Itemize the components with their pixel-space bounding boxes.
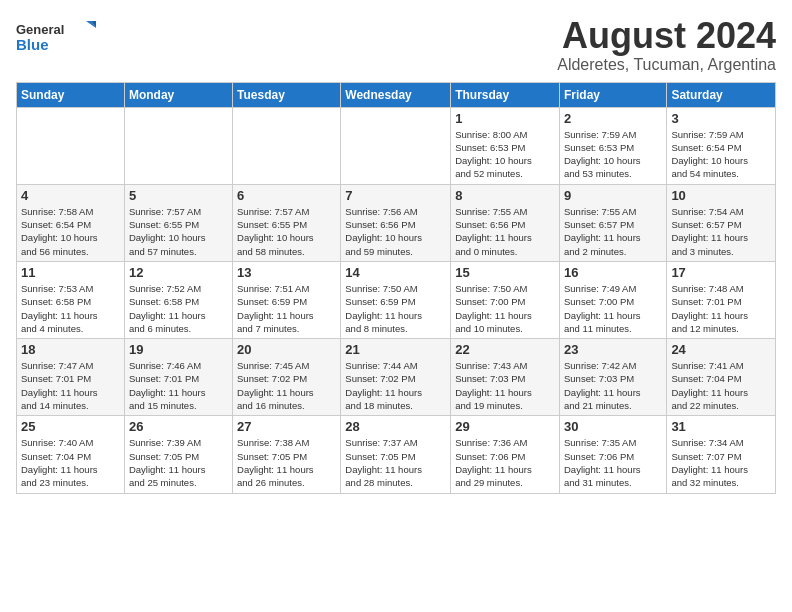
day-info: Sunrise: 7:58 AM Sunset: 6:54 PM Dayligh… [21,205,120,258]
calendar-cell: 28Sunrise: 7:37 AM Sunset: 7:05 PM Dayli… [341,416,451,493]
day-info: Sunrise: 8:00 AM Sunset: 6:53 PM Dayligh… [455,128,555,181]
calendar-cell: 20Sunrise: 7:45 AM Sunset: 7:02 PM Dayli… [233,339,341,416]
day-number: 26 [129,419,228,434]
calendar-cell: 31Sunrise: 7:34 AM Sunset: 7:07 PM Dayli… [667,416,776,493]
day-number: 21 [345,342,446,357]
day-number: 7 [345,188,446,203]
calendar-header-row: Sunday Monday Tuesday Wednesday Thursday… [17,82,776,107]
day-info: Sunrise: 7:53 AM Sunset: 6:58 PM Dayligh… [21,282,120,335]
day-number: 14 [345,265,446,280]
day-number: 24 [671,342,771,357]
calendar-cell: 26Sunrise: 7:39 AM Sunset: 7:05 PM Dayli… [124,416,232,493]
day-number: 5 [129,188,228,203]
day-number: 17 [671,265,771,280]
calendar-cell: 1Sunrise: 8:00 AM Sunset: 6:53 PM Daylig… [451,107,560,184]
day-info: Sunrise: 7:57 AM Sunset: 6:55 PM Dayligh… [237,205,336,258]
day-info: Sunrise: 7:36 AM Sunset: 7:06 PM Dayligh… [455,436,555,489]
calendar-cell: 14Sunrise: 7:50 AM Sunset: 6:59 PM Dayli… [341,261,451,338]
day-info: Sunrise: 7:56 AM Sunset: 6:56 PM Dayligh… [345,205,446,258]
day-number: 1 [455,111,555,126]
day-number: 30 [564,419,662,434]
day-info: Sunrise: 7:46 AM Sunset: 7:01 PM Dayligh… [129,359,228,412]
day-info: Sunrise: 7:57 AM Sunset: 6:55 PM Dayligh… [129,205,228,258]
col-wednesday: Wednesday [341,82,451,107]
calendar-cell: 21Sunrise: 7:44 AM Sunset: 7:02 PM Dayli… [341,339,451,416]
day-info: Sunrise: 7:39 AM Sunset: 7:05 PM Dayligh… [129,436,228,489]
day-info: Sunrise: 7:49 AM Sunset: 7:00 PM Dayligh… [564,282,662,335]
title-block: August 2024 Alderetes, Tucuman, Argentin… [557,16,776,74]
calendar-cell: 17Sunrise: 7:48 AM Sunset: 7:01 PM Dayli… [667,261,776,338]
day-info: Sunrise: 7:55 AM Sunset: 6:57 PM Dayligh… [564,205,662,258]
calendar-week-row: 4Sunrise: 7:58 AM Sunset: 6:54 PM Daylig… [17,184,776,261]
main-title: August 2024 [557,16,776,56]
day-info: Sunrise: 7:42 AM Sunset: 7:03 PM Dayligh… [564,359,662,412]
calendar-table: Sunday Monday Tuesday Wednesday Thursday… [16,82,776,494]
day-info: Sunrise: 7:40 AM Sunset: 7:04 PM Dayligh… [21,436,120,489]
day-number: 20 [237,342,336,357]
day-info: Sunrise: 7:47 AM Sunset: 7:01 PM Dayligh… [21,359,120,412]
day-number: 3 [671,111,771,126]
col-sunday: Sunday [17,82,125,107]
calendar-cell [341,107,451,184]
calendar-cell: 6Sunrise: 7:57 AM Sunset: 6:55 PM Daylig… [233,184,341,261]
day-number: 12 [129,265,228,280]
day-number: 27 [237,419,336,434]
svg-text:Blue: Blue [16,36,49,53]
day-info: Sunrise: 7:35 AM Sunset: 7:06 PM Dayligh… [564,436,662,489]
calendar-cell: 30Sunrise: 7:35 AM Sunset: 7:06 PM Dayli… [559,416,666,493]
day-number: 2 [564,111,662,126]
calendar-cell: 29Sunrise: 7:36 AM Sunset: 7:06 PM Dayli… [451,416,560,493]
day-number: 9 [564,188,662,203]
calendar-cell: 15Sunrise: 7:50 AM Sunset: 7:00 PM Dayli… [451,261,560,338]
calendar-cell: 13Sunrise: 7:51 AM Sunset: 6:59 PM Dayli… [233,261,341,338]
calendar-week-row: 18Sunrise: 7:47 AM Sunset: 7:01 PM Dayli… [17,339,776,416]
day-info: Sunrise: 7:52 AM Sunset: 6:58 PM Dayligh… [129,282,228,335]
calendar-cell: 19Sunrise: 7:46 AM Sunset: 7:01 PM Dayli… [124,339,232,416]
calendar-cell: 12Sunrise: 7:52 AM Sunset: 6:58 PM Dayli… [124,261,232,338]
calendar-cell: 22Sunrise: 7:43 AM Sunset: 7:03 PM Dayli… [451,339,560,416]
header: General Blue August 2024 Alderetes, Tucu… [16,16,776,74]
day-number: 18 [21,342,120,357]
calendar-cell: 11Sunrise: 7:53 AM Sunset: 6:58 PM Dayli… [17,261,125,338]
calendar-cell [17,107,125,184]
calendar-cell: 2Sunrise: 7:59 AM Sunset: 6:53 PM Daylig… [559,107,666,184]
day-info: Sunrise: 7:54 AM Sunset: 6:57 PM Dayligh… [671,205,771,258]
day-number: 4 [21,188,120,203]
calendar-week-row: 1Sunrise: 8:00 AM Sunset: 6:53 PM Daylig… [17,107,776,184]
calendar-cell: 8Sunrise: 7:55 AM Sunset: 6:56 PM Daylig… [451,184,560,261]
col-tuesday: Tuesday [233,82,341,107]
col-monday: Monday [124,82,232,107]
calendar-week-row: 11Sunrise: 7:53 AM Sunset: 6:58 PM Dayli… [17,261,776,338]
calendar-cell: 16Sunrise: 7:49 AM Sunset: 7:00 PM Dayli… [559,261,666,338]
day-number: 19 [129,342,228,357]
calendar-cell: 4Sunrise: 7:58 AM Sunset: 6:54 PM Daylig… [17,184,125,261]
col-thursday: Thursday [451,82,560,107]
day-info: Sunrise: 7:50 AM Sunset: 6:59 PM Dayligh… [345,282,446,335]
col-saturday: Saturday [667,82,776,107]
day-number: 22 [455,342,555,357]
day-info: Sunrise: 7:38 AM Sunset: 7:05 PM Dayligh… [237,436,336,489]
day-info: Sunrise: 7:59 AM Sunset: 6:54 PM Dayligh… [671,128,771,181]
day-number: 28 [345,419,446,434]
calendar-cell: 25Sunrise: 7:40 AM Sunset: 7:04 PM Dayli… [17,416,125,493]
day-number: 11 [21,265,120,280]
page-container: General Blue August 2024 Alderetes, Tucu… [0,0,792,502]
day-number: 6 [237,188,336,203]
calendar-cell: 24Sunrise: 7:41 AM Sunset: 7:04 PM Dayli… [667,339,776,416]
day-number: 25 [21,419,120,434]
day-number: 15 [455,265,555,280]
day-info: Sunrise: 7:34 AM Sunset: 7:07 PM Dayligh… [671,436,771,489]
calendar-cell: 5Sunrise: 7:57 AM Sunset: 6:55 PM Daylig… [124,184,232,261]
day-number: 31 [671,419,771,434]
day-info: Sunrise: 7:55 AM Sunset: 6:56 PM Dayligh… [455,205,555,258]
calendar-cell: 10Sunrise: 7:54 AM Sunset: 6:57 PM Dayli… [667,184,776,261]
calendar-cell: 18Sunrise: 7:47 AM Sunset: 7:01 PM Dayli… [17,339,125,416]
calendar-week-row: 25Sunrise: 7:40 AM Sunset: 7:04 PM Dayli… [17,416,776,493]
day-number: 8 [455,188,555,203]
logo-svg: General Blue [16,16,96,56]
day-info: Sunrise: 7:51 AM Sunset: 6:59 PM Dayligh… [237,282,336,335]
calendar-cell: 23Sunrise: 7:42 AM Sunset: 7:03 PM Dayli… [559,339,666,416]
day-number: 16 [564,265,662,280]
day-info: Sunrise: 7:44 AM Sunset: 7:02 PM Dayligh… [345,359,446,412]
calendar-cell: 27Sunrise: 7:38 AM Sunset: 7:05 PM Dayli… [233,416,341,493]
